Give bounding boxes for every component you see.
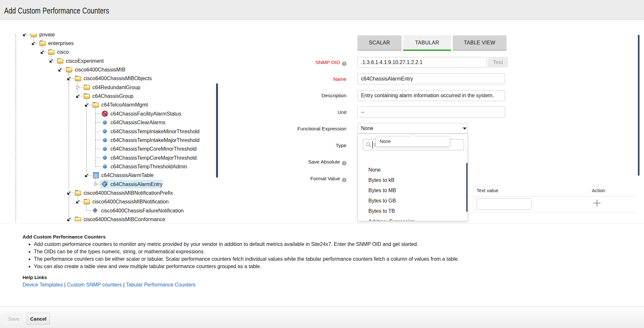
svg-text:c64ChassisTempThresholdAdmin: c64ChassisTempThresholdAdmin (110, 164, 187, 169)
svg-text:enterprises: enterprises (48, 41, 74, 46)
svg-text:cisco6400ChassisMIB: cisco6400ChassisMIB (75, 67, 125, 72)
svg-text:c64ChassisGroup: c64ChassisGroup (92, 93, 133, 99)
svg-text:c64ChassisTempCoreMajorThresho: c64ChassisTempCoreMajorThreshold (110, 155, 197, 161)
svg-text:c64ChassisAlarmEntry: c64ChassisAlarmEntry (110, 182, 163, 187)
svg-text:cisco6400ChassisMIBObjects: cisco6400ChassisMIBObjects (84, 76, 152, 81)
svg-text:c64ChassisAlarmTable: c64ChassisAlarmTable (101, 173, 154, 178)
svg-text:c64ChassisTempIntakeMinorThres: c64ChassisTempIntakeMinorThreshold (110, 129, 200, 134)
svg-text:c64ChassisTempIntakeMajorThres: c64ChassisTempIntakeMajorThreshold (110, 137, 200, 143)
svg-text:c64TelcoAlarmMgmt: c64TelcoAlarmMgmt (101, 102, 148, 108)
svg-text:c64ChassisFacilityAlarmStatus: c64ChassisFacilityAlarmStatus (110, 111, 181, 117)
svg-text:private: private (39, 33, 55, 37)
svg-text:c64RedundantGroup: c64RedundantGroup (92, 85, 140, 90)
svg-text:c64ChassisTempCoreMinorThresho: c64ChassisTempCoreMinorThreshold (110, 146, 197, 152)
svg-text:cisco6400ChassisFailureNotific: cisco6400ChassisFailureNotification (101, 208, 184, 213)
svg-text:cisco6400ChassisMIBNotificatio: cisco6400ChassisMIBNotification (92, 199, 169, 204)
svg-text:ciscoExperiment: ciscoExperiment (66, 58, 104, 64)
svg-text:cisco6400ChassisMIBConformance: cisco6400ChassisMIBConformance (84, 217, 166, 221)
svg-text:cisco6400ChassisMIBNotificatio: cisco6400ChassisMIBNotificationPrefix (84, 190, 173, 196)
svg-text:cisco: cisco (57, 49, 69, 55)
svg-text:c64ChassisClearAlarms: c64ChassisClearAlarms (110, 120, 166, 125)
